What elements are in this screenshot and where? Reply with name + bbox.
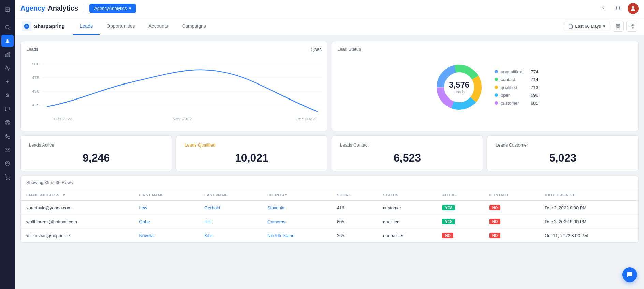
date-filter-label: Last 60 Days [575, 24, 601, 29]
legend-value-qualified: 713 [531, 85, 538, 90]
stats-row: Leads Active 9,246 Leads Qualified 10,02… [20, 135, 639, 171]
svg-text:425: 425 [32, 103, 39, 107]
legend-item-open: open 690 [495, 93, 538, 98]
tab-campaigns[interactable]: Campaigns [175, 18, 213, 35]
notifications-icon[interactable] [613, 3, 624, 14]
sort-email-icon[interactable]: ▼ [62, 193, 66, 197]
svg-point-11 [9, 179, 10, 179]
table-body: xpredovic@yahoo.com Lew Gerhold Slovenia… [21, 201, 638, 243]
svg-rect-3 [5, 55, 6, 57]
layout-toggle-icon[interactable] [613, 21, 624, 32]
cell-contact-1: NO [484, 201, 539, 215]
link-country-3[interactable]: Norfolk Island [267, 233, 294, 238]
badge-contact-2: NO [489, 219, 501, 224]
cell-country-2: Comoros [262, 215, 332, 229]
date-filter[interactable]: Last 60 Days ▾ [564, 21, 610, 31]
leads-chart-value: 1,363 [310, 47, 322, 52]
legend-label-contact: contact [501, 77, 528, 82]
sidebar-item-star[interactable]: ✦ [1, 76, 14, 88]
donut-chart: 3,576 Leads [432, 60, 486, 115]
col-score: SCORE [332, 189, 378, 201]
navbar-divider [84, 4, 84, 13]
sidebar-item-person[interactable] [1, 35, 14, 47]
tab-accounts[interactable]: Accounts [142, 18, 175, 35]
stat-card-leads-active: Leads Active 9,246 [20, 135, 172, 171]
cell-date-3: Oct 11, 2022 8:00 PM [539, 229, 638, 243]
cell-last-2: Hilll [199, 215, 262, 229]
cell-last-1: Gerhold [199, 201, 262, 215]
svg-point-0 [5, 25, 9, 29]
integration-header: SharpSpring Leads Opportunities Accounts… [15, 17, 644, 35]
cell-country-3: Norfolk Island [262, 229, 332, 243]
sidebar-item-map-pin[interactable] [1, 157, 14, 170]
sidebar-item-cart[interactable] [1, 171, 14, 183]
cell-score-2: 605 [332, 215, 378, 229]
sidebar-item-mail[interactable] [1, 144, 14, 156]
user-avatar[interactable] [628, 3, 639, 14]
lead-status-header: Lead Status [337, 47, 633, 53]
svg-line-25 [631, 25, 632, 26]
share-icon[interactable] [626, 21, 637, 32]
sidebar-item-phone[interactable] [1, 130, 14, 142]
svg-point-8 [7, 122, 8, 123]
cell-status-2: qualified [378, 215, 437, 229]
app-logo: AgencyAnalytics [20, 4, 78, 12]
leads-table: EMAIL ADDRESS ▼ FIRST NAME LAST NAME COU… [21, 189, 638, 242]
badge-active-2: YES [442, 219, 455, 224]
svg-text:Dec 2022: Dec 2022 [296, 117, 315, 121]
tab-opportunities[interactable]: Opportunities [100, 18, 142, 35]
svg-point-22 [630, 26, 631, 27]
donut-total-label: Leads [449, 90, 469, 94]
cell-first-1: Lew [134, 201, 199, 215]
svg-point-2 [6, 39, 8, 41]
svg-point-21 [632, 24, 634, 26]
sidebar: ⊞ ✦ $ [0, 0, 15, 289]
sidebar-item-target[interactable] [1, 117, 14, 129]
link-country-1[interactable]: Slovenia [267, 205, 284, 210]
navbar-actions: ? [598, 3, 639, 14]
content-area: Leads 1,363 500 475 450 425 [15, 35, 644, 289]
sidebar-item-chat[interactable] [1, 103, 14, 115]
legend-dot-contact [495, 78, 498, 81]
col-email[interactable]: EMAIL ADDRESS ▼ [21, 189, 134, 201]
legend-value-contact: 714 [531, 77, 538, 82]
link-first-3[interactable]: Novella [139, 233, 154, 238]
sidebar-item-search[interactable] [1, 21, 14, 33]
cell-first-3: Novella [134, 229, 199, 243]
cell-country-1: Slovenia [262, 201, 332, 215]
stat-label-leads-contact: Leads Contact [340, 142, 474, 148]
legend-item-unqualified: unqualified 774 [495, 69, 538, 74]
integration-button[interactable]: AgencyAnalytics ▾ [89, 4, 136, 13]
legend-dot-qualified [495, 86, 498, 89]
link-last-2[interactable]: Hilll [204, 219, 211, 224]
link-last-1[interactable]: Gerhold [204, 205, 220, 210]
cell-email-2: wolff.lorenz@hotmail.com [21, 215, 134, 229]
sidebar-item-dollar[interactable]: $ [1, 89, 14, 102]
cell-date-1: Dec 2, 2022 8:00 PM [539, 201, 638, 215]
date-filter-arrow-icon: ▾ [603, 24, 605, 29]
svg-text:Oct 2022: Oct 2022 [54, 117, 72, 121]
calendar-icon [568, 24, 573, 29]
link-last-3[interactable]: Kihn [204, 233, 213, 238]
leads-table-card: Showing 35 of 35 Rows EMAIL ADDRESS ▼ FI… [20, 176, 639, 243]
cell-active-1: YES [437, 201, 484, 215]
cell-last-3: Kihn [199, 229, 262, 243]
tab-leads[interactable]: Leads [73, 18, 100, 35]
legend-item-contact: contact 714 [495, 77, 538, 82]
stat-card-leads-contact: Leads Contact 6,523 [332, 135, 483, 171]
sidebar-item-bar-chart[interactable] [1, 48, 14, 61]
link-first-2[interactable]: Gabe [139, 219, 150, 224]
svg-text:Nov 2022: Nov 2022 [173, 117, 192, 121]
sidebar-item-line-chart[interactable] [1, 62, 14, 74]
dropdown-arrow-icon: ▾ [129, 6, 131, 11]
svg-point-7 [6, 121, 9, 124]
cell-email-1: xpredovic@yahoo.com [21, 201, 134, 215]
link-country-2[interactable]: Comoros [267, 219, 286, 224]
help-icon[interactable]: ? [598, 3, 609, 14]
svg-point-23 [632, 27, 634, 28]
sidebar-item-grid[interactable]: ⊞ [1, 3, 14, 16]
link-first-1[interactable]: Lew [139, 205, 147, 210]
charts-row: Leads 1,363 500 475 450 425 [20, 41, 639, 131]
float-chat-button[interactable] [622, 267, 637, 282]
stat-value-leads-contact: 6,523 [340, 152, 474, 164]
